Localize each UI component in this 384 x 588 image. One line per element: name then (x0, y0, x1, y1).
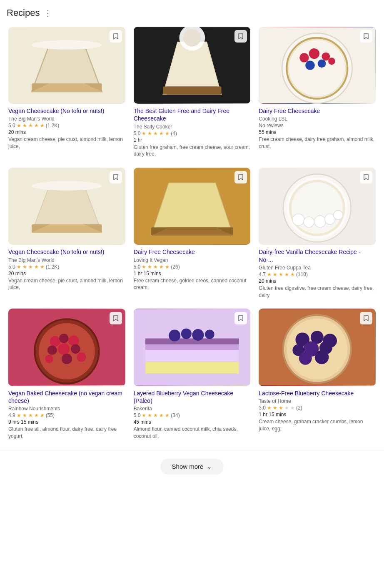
recipe-rating: 5.0 ★★★★★ (34) (134, 412, 251, 418)
rating-value: 5.0 (8, 123, 15, 128)
svg-point-59 (181, 329, 191, 339)
svg-point-5 (32, 40, 102, 49)
star-filled-icon: ★ (147, 131, 152, 136)
svg-point-17 (309, 48, 319, 59)
rating-value: 5.0 (134, 131, 141, 136)
recipe-rating: No reviews (259, 123, 376, 128)
recipe-title[interactable]: Lactose-Free Blueberry Cheesecake (259, 389, 376, 397)
star-empty-icon: ★ (284, 405, 289, 411)
recipe-ingredients: Gluten free all, almond flour, dairy fre… (8, 426, 125, 440)
recipe-card[interactable]: Dairy Free Cheesecake Loving It Vegan 5.… (130, 164, 255, 305)
rating-value: 5.0 (8, 264, 15, 270)
page-title: Recipes (7, 8, 40, 18)
star-filled-icon: ★ (267, 405, 272, 411)
recipe-card[interactable]: Layered Blueberry Vegan Cheesecake (Pale… (130, 305, 255, 446)
recipe-image (8, 309, 125, 386)
star-empty-icon: ★ (290, 405, 295, 411)
star-filled-icon: ★ (159, 412, 164, 418)
recipe-rating: 5.0 ★★★★★ (4) (134, 131, 251, 136)
star-half-icon: ★ (290, 271, 295, 277)
star-filled-icon: ★ (279, 271, 283, 277)
recipe-image-wrapper (259, 168, 376, 245)
svg-rect-57 (145, 339, 239, 344)
star-filled-icon: ★ (153, 412, 158, 418)
recipe-title[interactable]: The Best Gluten Free and Dairy Free Chee… (134, 107, 251, 122)
recipe-ingredients: Vegan cream cheese, pie crust, almond mi… (8, 277, 125, 291)
recipe-source: The Big Man's World (8, 116, 125, 122)
recipe-time: 1 hr (134, 137, 251, 143)
show-more-bar[interactable]: Show more ⌄ (0, 450, 384, 483)
recipe-ingredients: Gluten free graham, free cream cheese, s… (134, 144, 251, 158)
recipe-time: 20 mins (259, 278, 376, 284)
svg-point-45 (59, 334, 68, 343)
recipe-source: Bakerita (134, 406, 251, 412)
bookmark-button[interactable] (360, 171, 372, 183)
star-filled-icon: ★ (28, 412, 33, 418)
star-filled-icon: ★ (34, 123, 39, 128)
recipe-title[interactable]: Vegan Baked Cheesecake (no vegan cream c… (8, 389, 125, 405)
show-more-label: Show more (172, 463, 204, 470)
bookmark-button[interactable] (360, 312, 372, 324)
more-options-icon[interactable]: ⋮ (44, 8, 53, 18)
bookmark-button[interactable] (234, 171, 247, 183)
bookmark-button[interactable] (234, 30, 247, 43)
recipe-title[interactable]: Vegan Cheesecake (No tofu or nuts!) (8, 248, 125, 256)
recipe-card[interactable]: Lactose-Free Blueberry Cheesecake Taste … (254, 305, 380, 446)
recipe-time: 20 mins (8, 129, 125, 135)
recipe-rating: 5.0 ★★★★★ (1.2K) (8, 123, 125, 128)
recipe-title[interactable]: Vegan Cheesecake (No tofu or nuts!) (8, 107, 125, 115)
bookmark-button[interactable] (360, 30, 372, 43)
svg-point-10 (183, 29, 201, 47)
bookmark-button[interactable] (110, 312, 122, 324)
recipe-image (8, 27, 125, 104)
star-filled-icon: ★ (22, 412, 27, 418)
star-filled-icon: ★ (273, 405, 277, 411)
recipe-card[interactable]: Vegan Baked Cheesecake (no vegan cream c… (4, 305, 130, 446)
recipe-source: The Big Man's World (8, 257, 125, 263)
svg-point-40 (334, 211, 343, 220)
star-filled-icon: ★ (22, 123, 27, 128)
recipe-card[interactable]: Vegan Cheesecake (No tofu or nuts!) The … (4, 164, 130, 305)
recipe-card[interactable]: Dairy Free Cheesecake Cooking LSL No rev… (254, 23, 380, 164)
recipe-time: 45 mins (134, 419, 251, 425)
recipe-rating: 3.0 ★★★★★ (2) (259, 405, 376, 411)
recipe-ingredients: Free cream cheese, dairy free graham, al… (259, 136, 376, 150)
recipe-card[interactable]: Dairy-free Vanilla Cheesecake Recipe - N… (254, 164, 380, 305)
rating-value: 5.0 (134, 264, 141, 270)
star-filled-icon: ★ (284, 271, 289, 277)
recipe-image (259, 168, 376, 245)
review-count: (1.2K) (46, 264, 60, 270)
svg-point-48 (58, 343, 70, 355)
star-filled-icon: ★ (165, 412, 170, 418)
bookmark-button[interactable] (110, 30, 122, 43)
svg-point-21 (328, 58, 335, 65)
recipe-image-wrapper (8, 309, 125, 386)
recipe-image (134, 309, 251, 386)
recipe-card[interactable]: The Best Gluten Free and Dairy Free Chee… (130, 23, 255, 164)
recipe-image-wrapper (134, 168, 251, 245)
star-filled-icon: ★ (279, 405, 283, 411)
star-filled-icon: ★ (40, 264, 45, 270)
svg-point-51 (62, 354, 72, 364)
bookmark-button[interactable] (110, 171, 122, 183)
svg-point-44 (50, 336, 60, 347)
review-count: (1.2K) (46, 123, 60, 128)
recipe-source: Rainbow Nourishments (8, 406, 125, 412)
recipe-title[interactable]: Dairy Free Cheesecake (134, 248, 251, 256)
star-filled-icon: ★ (17, 123, 21, 128)
recipe-card[interactable]: Vegan Cheesecake (No tofu or nuts!) The … (4, 23, 130, 164)
recipe-title[interactable]: Layered Blueberry Vegan Cheesecake (Pale… (134, 389, 251, 405)
recipe-source: Gluten Free Cuppa Tea (259, 265, 376, 271)
bookmark-button[interactable] (234, 312, 247, 324)
recipe-time: 55 mins (259, 129, 376, 135)
show-more-button[interactable]: Show more ⌄ (160, 459, 224, 475)
star-filled-icon: ★ (17, 264, 21, 270)
svg-point-47 (47, 346, 57, 355)
star-filled-icon: ★ (34, 412, 39, 418)
recipe-ingredients: Gluten free digestive, free cream cheese… (259, 285, 376, 299)
recipe-title[interactable]: Dairy-free Vanilla Cheesecake Recipe - N… (259, 248, 376, 263)
recipe-image-wrapper (134, 309, 251, 386)
recipe-title[interactable]: Dairy Free Cheesecake (259, 107, 376, 115)
recipe-rating: 5.0 ★★★★★ (1.2K) (8, 264, 125, 270)
chevron-down-icon: ⌄ (207, 463, 212, 470)
